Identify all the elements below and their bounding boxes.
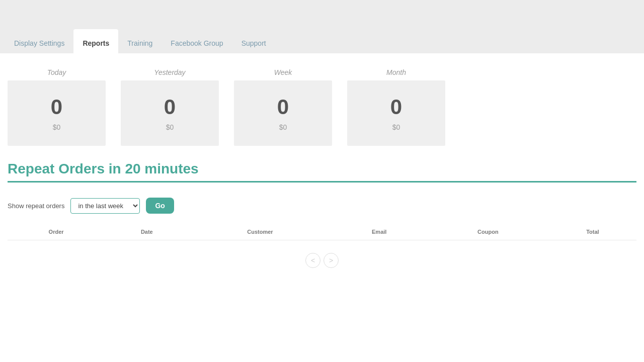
stat-card-box-yesterday: 0$0 xyxy=(121,80,219,146)
pagination: < > xyxy=(0,245,644,276)
stat-label-yesterday: Yesterday xyxy=(154,68,185,76)
filter-select[interactable]: in the last weekin the last monthin the … xyxy=(70,198,140,214)
prev-page-button[interactable]: < xyxy=(305,253,320,268)
nav-item-training[interactable]: Training xyxy=(118,33,162,53)
orders-table: OrderDateCustomerEmailCouponTotal xyxy=(8,224,636,240)
nav-item-reports[interactable]: Reports xyxy=(73,29,118,53)
table-col-date: Date xyxy=(105,224,189,240)
next-page-button[interactable]: > xyxy=(324,253,339,268)
go-button[interactable]: Go xyxy=(146,198,174,214)
nav-tabs: Display SettingsReportsTrainingFacebook … xyxy=(5,0,275,53)
stat-card-today: Today0$0 xyxy=(8,68,106,146)
filter-label: Show repeat orders xyxy=(8,202,64,210)
nav-item-display-settings[interactable]: Display Settings xyxy=(5,33,73,53)
stat-card-box-week: 0$0 xyxy=(234,80,332,146)
repeat-orders-section: Repeat Orders in 20 minutes xyxy=(0,156,644,183)
stat-money-week: $0 xyxy=(279,123,287,131)
stat-card-yesterday: Yesterday0$0 xyxy=(121,68,219,146)
table-head: OrderDateCustomerEmailCouponTotal xyxy=(8,224,636,240)
nav-item-support[interactable]: Support xyxy=(232,33,275,53)
stat-money-yesterday: $0 xyxy=(166,123,174,131)
stat-number-week: 0 xyxy=(277,95,289,119)
filter-section: Show repeat orders in the last weekin th… xyxy=(0,183,644,219)
table-col-coupon: Coupon xyxy=(427,224,549,240)
stat-label-today: Today xyxy=(47,68,66,76)
table-col-total: Total xyxy=(549,224,636,240)
stat-number-today: 0 xyxy=(51,95,62,119)
nav-bar: Display SettingsReportsTrainingFacebook … xyxy=(0,0,644,53)
nav-item-facebook-group[interactable]: Facebook Group xyxy=(162,33,232,53)
stat-money-month: $0 xyxy=(392,123,400,131)
stat-number-yesterday: 0 xyxy=(164,95,176,119)
stat-label-week: Week xyxy=(274,68,292,76)
stat-card-week: Week0$0 xyxy=(234,68,332,146)
table-col-order: Order xyxy=(8,224,105,240)
repeat-orders-title: Repeat Orders in 20 minutes xyxy=(8,161,636,177)
stat-money-today: $0 xyxy=(53,123,61,131)
table-section: OrderDateCustomerEmailCouponTotal xyxy=(0,219,644,245)
table-col-customer: Customer xyxy=(189,224,332,240)
table-header-row: OrderDateCustomerEmailCouponTotal xyxy=(8,224,636,240)
stat-card-box-today: 0$0 xyxy=(8,80,106,146)
stat-label-month: Month xyxy=(386,68,406,76)
stat-card-month: Month0$0 xyxy=(347,68,445,146)
stat-card-box-month: 0$0 xyxy=(347,80,445,146)
stats-section: Today0$0Yesterday0$0Week0$0Month0$0 xyxy=(0,53,644,156)
table-col-email: Email xyxy=(331,224,427,240)
stat-number-month: 0 xyxy=(390,95,402,119)
